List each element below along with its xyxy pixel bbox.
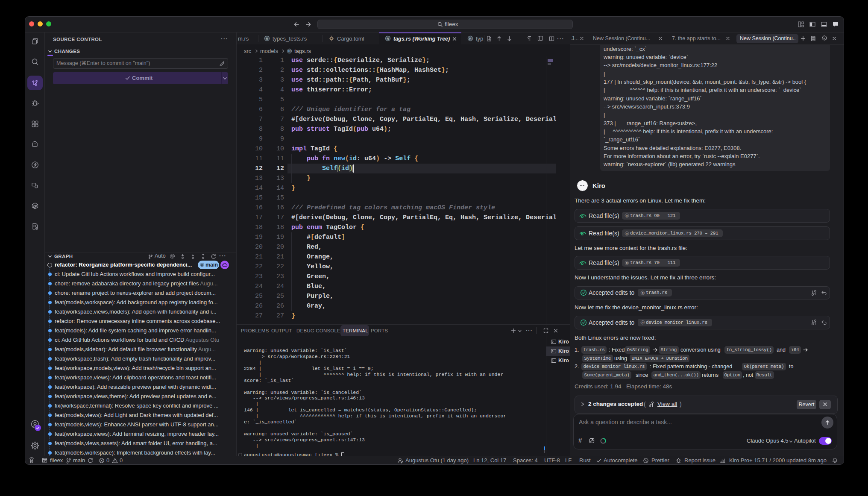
svg-text:R: R — [626, 262, 628, 264]
svg-text:R: R — [626, 232, 628, 235]
svg-text:R: R — [266, 37, 268, 41]
svg-text:R: R — [642, 321, 644, 324]
svg-text:R: R — [626, 214, 628, 217]
svg-text:R: R — [387, 37, 389, 41]
svg-text:R: R — [288, 50, 290, 53]
svg-text:R: R — [469, 37, 472, 41]
svg-text:R: R — [642, 292, 644, 294]
